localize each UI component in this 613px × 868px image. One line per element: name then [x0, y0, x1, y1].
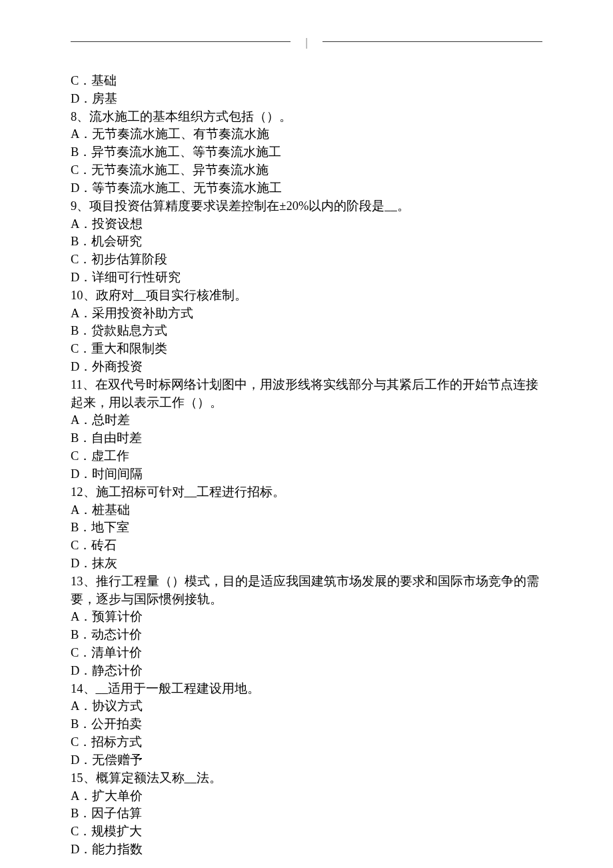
- text-line: D．房基: [71, 90, 542, 108]
- text-line: A．无节奏流水施工、有节奏流水施: [71, 125, 542, 143]
- text-line: B．动态计价: [71, 626, 542, 644]
- text-line: C．无节奏流水施工、异节奏流水施: [71, 161, 542, 179]
- document-page: | C．基础D．房基8、流水施工的基本组织方式包括（）。A．无节奏流水施工、有节…: [0, 0, 613, 868]
- text-line: 10、政府对__项目实行核准制。: [71, 287, 542, 305]
- text-line: 12、施工招标可针对__工程进行招标。: [71, 483, 542, 501]
- text-line: C．基础: [71, 72, 542, 90]
- text-line: A．扩大单价: [71, 787, 542, 805]
- text-line: D．抹灰: [71, 555, 542, 573]
- text-line: B．自由时差: [71, 429, 542, 447]
- text-line: B．因子估算: [71, 805, 542, 823]
- text-line: D．时间间隔: [71, 465, 542, 483]
- text-line: D．静态计价: [71, 662, 542, 680]
- text-line: D．无偿赠予: [71, 751, 542, 769]
- header-rule: |: [71, 41, 542, 42]
- text-line: C．砖石: [71, 537, 542, 555]
- text-line: D．详细可行性研究: [71, 269, 542, 287]
- text-line: A．总时差: [71, 411, 542, 429]
- text-line: B．异节奏流水施工、等节奏流水施工: [71, 143, 542, 161]
- text-line: B．机会研究: [71, 233, 542, 251]
- text-line: B．贷款贴息方式: [71, 322, 542, 340]
- header-separator: |: [305, 35, 307, 50]
- text-line: C．招标方式: [71, 733, 542, 751]
- text-line: 8、流水施工的基本组织方式包括（）。: [71, 108, 542, 126]
- text-line: 15、概算定额法又称__法。: [71, 769, 542, 787]
- text-line: D．等节奏流水施工、无节奏流水施工: [71, 179, 542, 197]
- text-line: A．桩基础: [71, 501, 542, 519]
- text-line: B．公开拍卖: [71, 715, 542, 733]
- text-line: 11、在双代号时标网络计划图中，用波形线将实线部分与其紧后工作的开始节点连接起来…: [71, 376, 542, 412]
- text-line: A．采用投资补助方式: [71, 305, 542, 323]
- header-line-right: [322, 41, 542, 42]
- text-line: A．协议方式: [71, 697, 542, 715]
- text-line: A．投资设想: [71, 215, 542, 233]
- header-line-left: [71, 41, 291, 42]
- text-line: 9、项目投资估算精度要求误差控制在±20%以内的阶段是__。: [71, 197, 542, 215]
- text-line: D．能力指数: [71, 841, 542, 859]
- text-line: C．初步估算阶段: [71, 251, 542, 269]
- text-line: B．地下室: [71, 519, 542, 537]
- text-line: C．虚工作: [71, 447, 542, 465]
- text-line: C．规模扩大: [71, 823, 542, 841]
- text-line: C．重大和限制类: [71, 340, 542, 358]
- text-line: D．外商投资: [71, 358, 542, 376]
- text-line: A．预算计价: [71, 608, 542, 626]
- text-line: 14、__适用于一般工程建设用地。: [71, 680, 542, 698]
- document-content: C．基础D．房基8、流水施工的基本组织方式包括（）。A．无节奏流水施工、有节奏流…: [71, 72, 542, 859]
- text-line: 13、推行工程量（）模式，目的是适应我国建筑市场发展的要求和国际市场竞争的需要，…: [71, 573, 542, 609]
- text-line: C．清单计价: [71, 644, 542, 662]
